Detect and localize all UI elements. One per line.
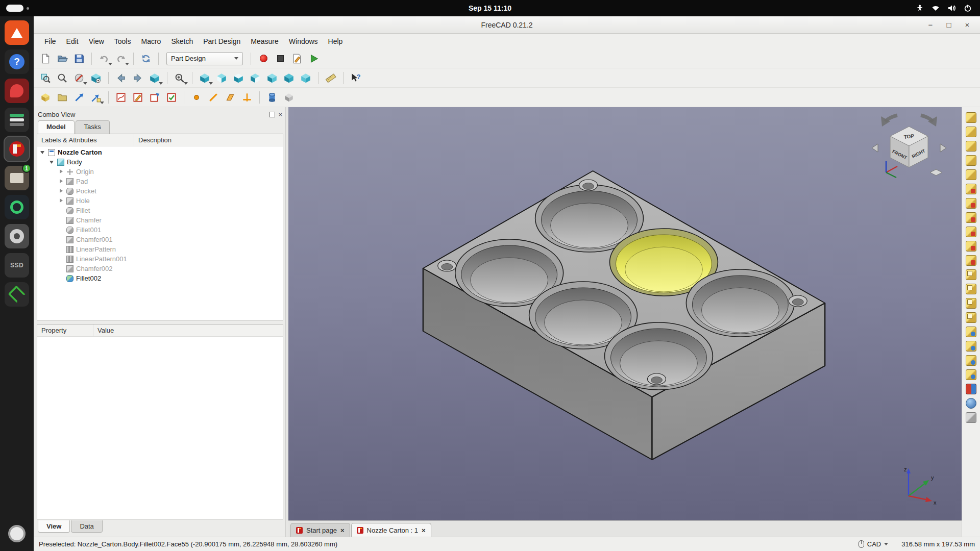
expander-icon[interactable] [50, 160, 55, 165]
additive-helix-button[interactable] [966, 169, 976, 180]
subtractive-pipe-button[interactable] [966, 241, 976, 252]
shapebinder-sphere-button[interactable] [966, 398, 976, 409]
sub-shapebinder-button[interactable] [966, 412, 976, 423]
menu-edit[interactable]: Edit [62, 35, 83, 47]
create-sketch-button[interactable] [113, 90, 129, 105]
selection-view-button[interactable] [88, 70, 104, 86]
datum-line-button[interactable] [206, 90, 221, 105]
expander-icon[interactable] [59, 169, 64, 174]
expander-icon[interactable] [59, 189, 64, 194]
shapebinder-button[interactable] [264, 90, 280, 105]
tree-header-labels[interactable]: Labels & Attributes [37, 134, 134, 146]
navigation-style-selector[interactable]: CAD [859, 540, 888, 548]
tab-data[interactable]: Data [71, 520, 102, 533]
menu-file[interactable]: File [40, 35, 61, 47]
dock-ssd-icon[interactable]: SSD [5, 253, 29, 278]
top-view-button[interactable] [231, 70, 246, 86]
system-clock[interactable]: Sep 15 11:10 [469, 4, 511, 12]
datum-plane-button[interactable] [223, 90, 238, 105]
panel-splitter[interactable] [37, 320, 283, 324]
dock-green-ring-app-icon[interactable] [5, 195, 29, 219]
datum-point-button[interactable] [189, 90, 204, 105]
dock-help-icon[interactable]: ? [5, 49, 29, 74]
draw-style-caret[interactable] [83, 82, 87, 85]
undo-menu-caret[interactable] [108, 63, 112, 65]
network-icon[interactable] [931, 4, 940, 12]
map-sketch-button[interactable] [147, 90, 162, 105]
dock-calculator-icon[interactable] [5, 108, 29, 132]
tab-model[interactable]: Model [38, 120, 75, 134]
new-file-button[interactable] [38, 51, 53, 66]
linear-pattern-button[interactable] [966, 284, 976, 294]
nav-cube-caret[interactable] [159, 82, 163, 85]
nav-cube-menu-button[interactable] [147, 70, 162, 86]
tree-item-fillet[interactable]: Fillet [37, 206, 283, 215]
front-view-button[interactable] [214, 70, 229, 86]
expander-icon[interactable] [40, 150, 45, 155]
tab-view[interactable]: View [38, 520, 70, 533]
expander-icon[interactable] [59, 198, 64, 204]
right-view-button[interactable] [248, 70, 263, 86]
tree-item-chamfer[interactable]: Chamfer [37, 215, 283, 225]
record-macro-button[interactable] [256, 51, 271, 66]
property-header[interactable]: Property [37, 324, 93, 336]
pad-button[interactable] [966, 112, 976, 123]
stop-macro-button[interactable] [273, 51, 288, 66]
zoom-caret[interactable] [184, 82, 188, 85]
fit-selection-button[interactable] [55, 70, 70, 86]
dock-freecad-icon[interactable] [5, 137, 29, 161]
edit-sketch-button[interactable] [130, 90, 145, 105]
boolean-operation-button[interactable] [966, 384, 976, 394]
multi-transform-button[interactable] [966, 312, 976, 323]
tree-item-linearpattern[interactable]: LinearPattern [37, 244, 283, 254]
pocket-button[interactable] [966, 184, 976, 194]
make-link-button[interactable] [71, 90, 87, 105]
nav-back-button[interactable] [113, 70, 129, 86]
additive-pipe-button[interactable] [966, 155, 976, 166]
menu-help[interactable]: Help [324, 35, 348, 47]
make-link-group-button[interactable] [88, 90, 104, 105]
open-file-button[interactable] [55, 51, 70, 66]
tab-start-page[interactable]: Start page × [290, 523, 350, 537]
whats-this-button[interactable]: ? [348, 70, 363, 86]
tree-item-fillet001[interactable]: Fillet001 [37, 225, 283, 235]
subtractive-loft-button[interactable] [966, 227, 976, 237]
tree-item-chamfer002[interactable]: Chamfer002 [37, 264, 283, 273]
expander-icon[interactable] [59, 179, 64, 184]
tab-close-icon[interactable]: × [422, 527, 426, 534]
left-view-button[interactable] [298, 70, 313, 86]
draft-button[interactable] [966, 355, 976, 366]
dock-show-apps-icon[interactable] [5, 521, 29, 546]
create-part-button[interactable] [38, 90, 53, 105]
hole-button[interactable] [966, 198, 976, 209]
menu-measure[interactable]: Measure [246, 35, 283, 47]
maximize-button[interactable]: □ [941, 19, 957, 31]
additive-loft-button[interactable] [966, 141, 976, 152]
dock-settings-icon[interactable] [5, 224, 29, 248]
axonometric-view-button[interactable] [197, 70, 212, 86]
accessibility-icon[interactable] [916, 4, 924, 12]
save-button[interactable] [71, 51, 87, 66]
window-titlebar[interactable]: FreeCAD 0.21.2 − □ × [34, 16, 980, 34]
tree-item-pad[interactable]: Pad [37, 177, 283, 186]
rear-view-button[interactable] [264, 70, 280, 86]
workbench-selector[interactable]: Part Design [166, 52, 243, 65]
fillet-button[interactable] [966, 327, 976, 337]
close-button[interactable]: × [960, 19, 975, 31]
dock-red-app-icon[interactable] [5, 79, 29, 103]
axonometric-caret[interactable] [209, 82, 213, 85]
draw-style-button[interactable] [71, 70, 87, 86]
measure-button[interactable] [323, 70, 338, 86]
clone-button[interactable] [281, 90, 297, 105]
nav-forward-button[interactable] [130, 70, 145, 86]
dock-recycle-icon[interactable] [5, 282, 29, 307]
zoom-menu-button[interactable] [172, 70, 187, 86]
tree-item-origin[interactable]: Origin [37, 167, 283, 177]
volume-icon[interactable] [947, 4, 957, 12]
tree-item-hole[interactable]: Hole [37, 196, 283, 206]
revolution-button[interactable] [966, 127, 976, 137]
tree-item-pocket[interactable]: Pocket [37, 186, 283, 196]
tree-header-description[interactable]: Description [134, 134, 283, 146]
menu-sketch[interactable]: Sketch [166, 35, 198, 47]
dock-software-icon[interactable] [5, 20, 29, 45]
